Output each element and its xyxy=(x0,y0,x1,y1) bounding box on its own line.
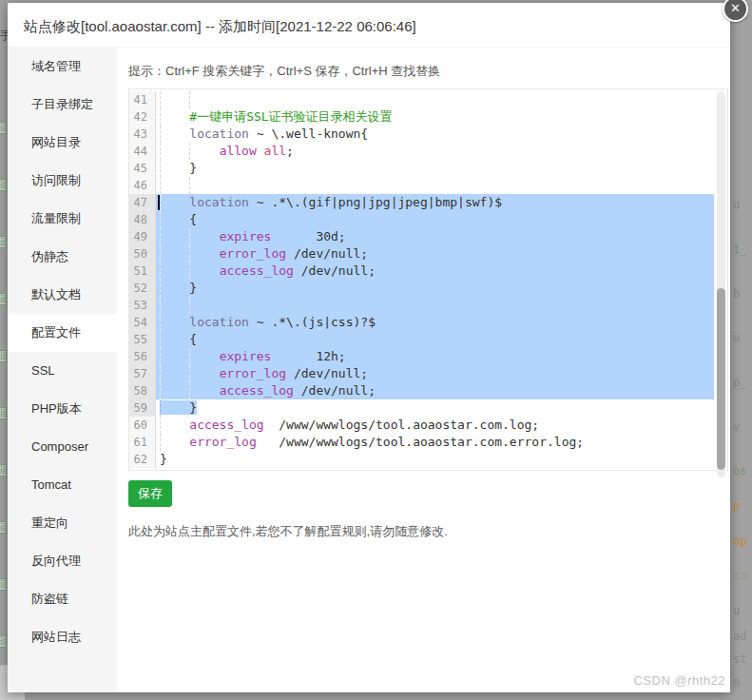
code-line-62[interactable]: 62} xyxy=(129,451,727,468)
token-plain: /www/wwwlogs/tool.aoaostar.com.log; xyxy=(264,418,540,432)
code-line-50[interactable]: 50 error_log /dev/null; xyxy=(129,245,727,262)
site-edit-modal: ✕ 站点修改[tool.aoaostar.com] -- 添加时间[2021-1… xyxy=(8,3,730,692)
indent-guide xyxy=(189,382,190,399)
code-line-52[interactable]: 52 } xyxy=(129,280,727,297)
token-kw2: allow xyxy=(220,144,257,158)
sidebar-item-子目录绑定[interactable]: 子目录绑定 xyxy=(8,86,117,124)
code-line-43[interactable]: 43 location ~ \.well-known{ xyxy=(129,126,727,143)
sidebar-item-访问限制[interactable]: 访问限制 xyxy=(8,162,117,200)
sidebar-item-默认文档[interactable]: 默认文档 xyxy=(8,276,117,314)
token-plain xyxy=(160,109,189,124)
token-plain: 30d; xyxy=(271,229,345,243)
code-line-57[interactable]: 57 error_log /dev/null; xyxy=(129,365,727,382)
code-line-44[interactable]: 44 allow all; xyxy=(129,143,727,160)
code-line-45[interactable]: 45 } xyxy=(129,160,727,177)
code-line-51[interactable]: 51 access_log /dev/null; xyxy=(129,262,727,280)
modal-title: 站点修改[tool.aoaostar.com] -- 添加时间[2021-12-… xyxy=(8,3,730,48)
indent-guide xyxy=(160,177,161,194)
sidebar-item-Composer[interactable]: Composer xyxy=(8,428,117,466)
indent-guide xyxy=(160,314,161,331)
token-kw2: expires xyxy=(220,349,272,363)
code-line-54[interactable]: 54 location ~ .*\.(js|css)?$ xyxy=(129,314,727,331)
sidebar-item-域名管理[interactable]: 域名管理 xyxy=(8,48,117,86)
code-line-58[interactable]: 58 access_log /dev/null; xyxy=(129,382,727,399)
indent-guide xyxy=(160,348,161,365)
config-code-editor[interactable]: 4142 #一键申请SSL证书验证目录相关设置43 location ~ \.w… xyxy=(128,88,728,471)
code-text: expires 30d; xyxy=(156,228,714,245)
sidebar-item-重定向[interactable]: 重定向 xyxy=(8,504,117,542)
token-plain xyxy=(160,418,189,432)
backdrop-fragment: p_ xyxy=(733,376,752,389)
indent-guide xyxy=(189,228,190,245)
csdn-watermark: CSDN @rhth22 xyxy=(633,673,725,688)
code-line-41[interactable]: 41 xyxy=(129,91,727,108)
token-kw1: location xyxy=(189,195,249,209)
code-line-61[interactable]: 61 error_log /www/wwwlogs/tool.aoaostar.… xyxy=(129,434,727,451)
sidebar-item-流量限制[interactable]: 流量限制 xyxy=(8,200,117,238)
indent-guide xyxy=(189,91,190,108)
code-line-60[interactable]: 60 access_log /www/wwwlogs/tool.aoaostar… xyxy=(129,417,727,434)
token-plain: /dev/null; xyxy=(286,366,368,380)
code-line-53[interactable]: 53 xyxy=(129,297,727,314)
code-text: error_log /dev/null; xyxy=(156,245,714,262)
code-line-42[interactable]: 42 #一键申请SSL证书验证目录相关设置 xyxy=(129,108,727,126)
indent-guide xyxy=(160,434,161,451)
indent-guide xyxy=(160,365,161,382)
backdrop-fragment: os xyxy=(733,464,752,477)
backdrop-fragment: b xyxy=(733,287,752,301)
indent-guide xyxy=(160,262,161,280)
editor-scrollbar-track[interactable] xyxy=(717,91,725,477)
code-line-55[interactable]: 55 { xyxy=(129,331,727,348)
token-plain: { xyxy=(160,332,197,346)
token-plain: } xyxy=(160,400,197,415)
token-kw1: location xyxy=(189,315,249,329)
save-button[interactable]: 保存 xyxy=(128,480,172,507)
line-number: 48 xyxy=(129,211,156,228)
backdrop-fragment: st xyxy=(733,652,752,666)
backdrop-fragment: t_ xyxy=(733,243,752,256)
code-line-47[interactable]: 47 location ~ .*\.(gif|png|jpg|jpeg|bmp|… xyxy=(129,194,727,211)
indent-guide xyxy=(160,143,161,160)
code-line-48[interactable]: 48 { xyxy=(129,211,727,228)
editor-scrollbar-thumb[interactable] xyxy=(717,288,725,470)
backdrop-fragment: n xyxy=(733,675,752,689)
sidebar-item-伪静态[interactable]: 伪静态 xyxy=(8,238,117,276)
line-number: 54 xyxy=(129,314,156,331)
backdrop-fragment: 运 xyxy=(0,521,7,534)
indent-guide xyxy=(189,365,190,382)
indent-guide xyxy=(160,297,161,314)
indent-guide xyxy=(160,211,161,228)
indent-guide xyxy=(160,108,161,126)
code-line-56[interactable]: 56 expires 12h; xyxy=(129,348,727,365)
code-line-49[interactable]: 49 expires 30d; xyxy=(129,228,727,245)
code-line-59[interactable]: 59 } xyxy=(129,399,727,417)
sidebar-item-网站日志[interactable]: 网站日志 xyxy=(8,618,117,656)
code-text: error_log /www/wwwlogs/tool.aoaostar.com… xyxy=(156,434,714,451)
close-icon[interactable]: ✕ xyxy=(723,0,748,22)
sidebar: 域名管理子目录绑定网站目录访问限制流量限制伪静态默认文档配置文件SSLPHP版本… xyxy=(8,48,117,692)
backdrop-fragment: v xyxy=(733,420,752,434)
line-number: 42 xyxy=(129,108,156,126)
indent-guide xyxy=(160,228,161,245)
sidebar-item-SSL[interactable]: SSL xyxy=(8,352,117,390)
line-number: 46 xyxy=(129,177,156,194)
sidebar-item-配置文件[interactable]: 配置文件 xyxy=(8,314,117,352)
code-text: { xyxy=(156,211,714,228)
sidebar-item-防盗链[interactable]: 防盗链 xyxy=(8,580,117,618)
code-line-46[interactable]: 46 xyxy=(129,177,727,194)
backdrop-fragment: 运 xyxy=(0,464,7,476)
backdrop-fragment: u xyxy=(733,604,752,617)
code-text: } xyxy=(156,451,714,468)
indent-guide xyxy=(189,297,190,314)
token-kw2: expires xyxy=(220,229,272,243)
indent-guide xyxy=(160,280,161,297)
line-number: 52 xyxy=(129,280,156,297)
indent-guide xyxy=(189,143,190,160)
sidebar-item-Tomcat[interactable]: Tomcat xyxy=(8,466,117,504)
sidebar-item-网站目录[interactable]: 网站目录 xyxy=(8,124,117,162)
sidebar-item-反向代理[interactable]: 反向代理 xyxy=(8,542,117,580)
line-number: 55 xyxy=(129,331,156,348)
sidebar-item-PHP版本[interactable]: PHP版本 xyxy=(8,390,117,428)
token-plain: } xyxy=(160,281,197,295)
code-text: { xyxy=(156,331,714,348)
